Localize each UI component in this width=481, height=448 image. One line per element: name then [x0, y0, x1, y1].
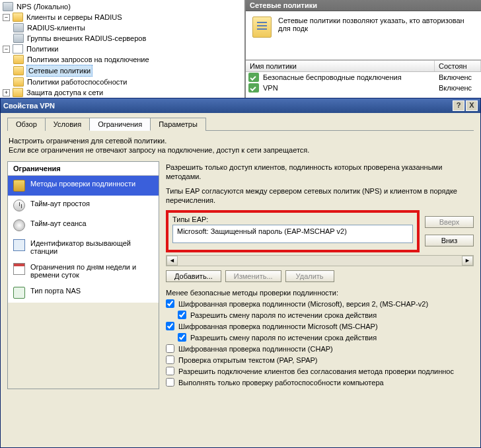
constraint-label: Идентификатор вызывающей станции — [30, 239, 153, 255]
tree-policies[interactable]: Политики — [26, 44, 59, 54]
folder-icon — [13, 77, 24, 87]
tree-radius-clients[interactable]: RADIUS-клиенты — [13, 22, 242, 33]
check-pap[interactable]: Проверка открытым текстом (PAP, SPAP) — [166, 355, 474, 365]
eap-types-list[interactable]: Microsoft: Защищенный пароль (EAP-MSCHAP… — [172, 225, 413, 243]
tree-root-label: NPS (Локально) — [16, 1, 71, 12]
constraint-label: Тип порта NAS — [30, 287, 81, 295]
policy-enabled-icon — [248, 73, 259, 82]
check-pap-box[interactable] — [166, 355, 174, 364]
policy-icon — [252, 17, 272, 38]
folder-icon — [13, 13, 23, 22]
tab-params[interactable]: Параметры — [150, 118, 206, 131]
tree-root[interactable]: NPS (Локально) — [3, 1, 242, 12]
list-description: Сетевые политики позволяют указать, кто … — [278, 17, 474, 32]
row-state: Включенс — [435, 83, 481, 93]
intro-text: Настроить ограничения для сетевой полити… — [9, 136, 472, 155]
allow-text: Разрешить только доступ клиентов, подлин… — [166, 163, 474, 181]
folder-icon — [13, 55, 24, 64]
constraint-idle-timeout[interactable]: Тайм-аут простоя — [8, 196, 159, 215]
tree-req-policies[interactable]: Политики запросов на подключение — [13, 54, 242, 65]
tree-health-policies[interactable]: Политики работоспособности — [13, 77, 242, 87]
clients-icon — [13, 23, 24, 32]
constraints-panel: Ограничения Методы проверки подлинности … — [7, 161, 159, 389]
check-healthonly[interactable]: Выполнять только проверку работоспособно… — [166, 378, 474, 387]
check-mschap-box[interactable] — [166, 322, 174, 330]
row-state: Включенс — [435, 73, 481, 82]
less-secure-title: Менее безопасные методы проверки подлинн… — [166, 289, 474, 297]
table-header[interactable]: Имя политики Состоян — [246, 60, 481, 72]
constraint-nas-port[interactable]: Тип порта NAS — [8, 283, 159, 303]
edit-button[interactable]: Изменить... — [225, 270, 281, 282]
row-name: Безопасные беспроводные подключения — [259, 73, 435, 82]
scroll-right-icon[interactable]: ► — [462, 256, 473, 266]
calendar-icon — [13, 263, 25, 275]
clock-icon — [13, 200, 25, 211]
constraint-label: Тайм-аут сеанса — [30, 219, 87, 227]
move-down-button[interactable]: Вниз — [425, 235, 474, 246]
scroll-left-icon[interactable]: ◄ — [166, 256, 178, 266]
check-chap[interactable]: Шифрованная проверка подлинности (CHAP) — [166, 344, 474, 354]
server-icon — [3, 2, 13, 11]
constraints-title: Ограничения — [8, 162, 159, 176]
tree-ext-servers[interactable]: Группы внешних RADIUS-серверов — [13, 33, 242, 44]
horizontal-scrollbar[interactable]: ◄ ► — [166, 255, 474, 266]
check-mschapv2[interactable]: Шифрованная проверка подлинности (Micros… — [166, 299, 474, 309]
constraint-daytime[interactable]: Ограничения по дням недели и времени сут… — [8, 259, 159, 283]
nas-icon — [13, 287, 25, 299]
dialog-title: Свойства VPN — [3, 102, 55, 110]
table-row[interactable]: VPN Включенс — [246, 83, 481, 93]
tree-clients[interactable]: Клиенты и серверы RADIUS — [26, 12, 123, 22]
eap-list-item[interactable]: Microsoft: Защищенный пароль (EAP-MSCHAP… — [177, 227, 408, 235]
add-button[interactable]: Добавить... — [166, 270, 221, 282]
constraint-label: Ограничения по дням недели и времени сут… — [30, 263, 153, 279]
row-name: VPN — [259, 83, 435, 93]
help-button[interactable]: ? — [453, 100, 464, 111]
doc-icon — [13, 44, 23, 54]
check-mschapv2-box[interactable] — [166, 299, 174, 308]
check-chap-box[interactable] — [166, 344, 174, 353]
tree-toggle[interactable]: + — [3, 89, 10, 96]
clock-icon — [13, 219, 25, 231]
titlebar[interactable]: Свойства VPN ? X — [1, 98, 480, 113]
properties-dialog: Свойства VPN ? X Обзор Условия Ограничен… — [0, 98, 481, 448]
tree-toggle[interactable]: − — [3, 46, 10, 53]
tab-constraints[interactable]: Ограничения — [89, 118, 151, 131]
constraint-auth-methods[interactable]: Методы проверки подлинности — [8, 176, 159, 196]
close-button[interactable]: X — [466, 100, 478, 111]
check-mschap[interactable]: Шифрованная проверка подлинности Microso… — [166, 322, 474, 331]
move-up-button[interactable]: Вверх — [425, 216, 474, 228]
lock-icon — [13, 180, 25, 192]
constraint-caller-id[interactable]: Идентификатор вызывающей станции — [8, 235, 159, 259]
tree-net-access[interactable]: + Защита доступа к сети — [3, 87, 242, 98]
servers-icon — [13, 34, 24, 43]
constraint-session-timeout[interactable]: Тайм-аут сеанса — [8, 215, 159, 235]
check-mschapv2-pwchange[interactable]: Разрешить смену пароля по истечении срок… — [178, 311, 474, 320]
tab-conditions[interactable]: Условия — [45, 118, 90, 131]
tree-toggle[interactable]: − — [3, 14, 10, 21]
folder-icon — [13, 88, 23, 97]
constraint-label: Методы проверки подлинности — [30, 180, 135, 188]
eap-label: Типы EAP: — [172, 215, 413, 223]
folder-icon — [13, 66, 24, 75]
tab-strip: Обзор Условия Ограничения Параметры — [7, 117, 474, 131]
tab-overview[interactable]: Обзор — [7, 118, 46, 131]
list-description-bar: Сетевые политики позволяют указать, кто … — [246, 11, 481, 60]
col-name[interactable]: Имя политики — [246, 61, 435, 71]
col-state[interactable]: Состоян — [435, 61, 481, 71]
eap-highlight: Типы EAP: Microsoft: Защищенный пароль (… — [166, 210, 420, 252]
check-mschapv2-pwchange-box[interactable] — [178, 311, 186, 319]
station-icon — [13, 239, 25, 251]
check-healthonly-box[interactable] — [166, 378, 174, 387]
check-mschap-pwchange-box[interactable] — [178, 333, 186, 342]
list-title: Сетевые политики — [246, 0, 481, 11]
check-unauth-box[interactable] — [166, 367, 174, 375]
tree-net-policies[interactable]: Сетевые политики — [13, 65, 242, 77]
delete-button[interactable]: Удалить — [285, 270, 334, 282]
eap-note: Типы EAP согласуются между сервером сете… — [166, 186, 474, 205]
check-unauth[interactable]: Разрешить подключение клиентов без согла… — [166, 367, 474, 376]
check-mschap-pwchange[interactable]: Разрешить смену пароля по истечении срок… — [178, 333, 474, 342]
mmc-tree[interactable]: NPS (Локально) − Клиенты и серверы RADIU… — [0, 0, 246, 100]
policy-enabled-icon — [248, 83, 259, 93]
table-row[interactable]: Безопасные беспроводные подключения Вклю… — [246, 72, 481, 83]
constraint-label: Тайм-аут простоя — [30, 200, 90, 207]
